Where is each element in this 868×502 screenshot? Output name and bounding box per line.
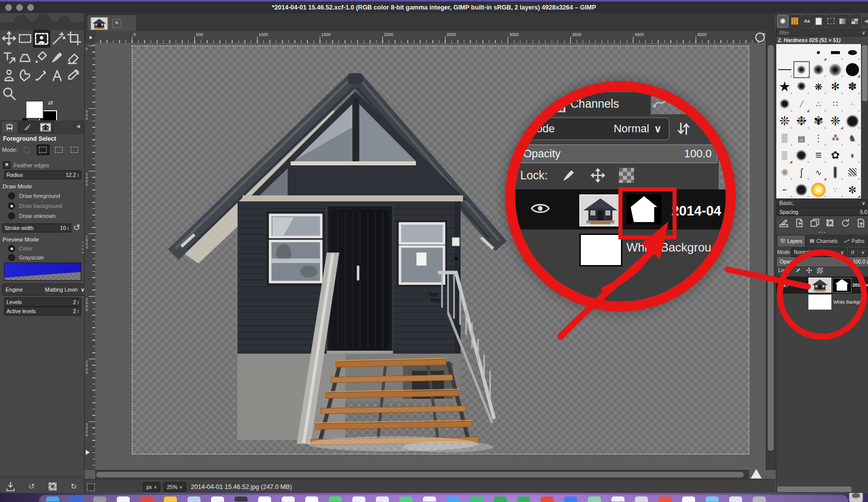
feather-edges-row[interactable]: ✕ Feather edges bbox=[3, 161, 49, 169]
swap-colors-icon[interactable]: ⇄ bbox=[48, 99, 53, 106]
preview-color-radio[interactable] bbox=[8, 245, 15, 252]
brush-cell-ellipse[interactable]: + bbox=[844, 44, 860, 61]
dock-app-icon[interactable] bbox=[282, 496, 295, 502]
dock-app-icon[interactable] bbox=[753, 496, 766, 502]
dock-app-icon[interactable] bbox=[470, 496, 483, 502]
color-picker-tool[interactable] bbox=[65, 67, 81, 84]
layer-name[interactable]: White Backgrou bbox=[833, 300, 865, 305]
rect-select-tool[interactable] bbox=[17, 30, 33, 47]
layer-thumbnail[interactable] bbox=[808, 295, 831, 310]
tab-paths[interactable]: Paths bbox=[841, 235, 867, 246]
delete-brush-button[interactable]: ✕ bbox=[824, 217, 835, 228]
reset-stroke-icon[interactable]: ↺ bbox=[73, 222, 80, 233]
brush-cell-wisp2[interactable]: ∿◢ bbox=[810, 164, 827, 181]
active-levels-slider[interactable]: Active levels 2▴▾ bbox=[4, 307, 81, 316]
dock-app-icon[interactable] bbox=[235, 496, 248, 501]
dock-app-icon[interactable] bbox=[46, 496, 59, 501]
unit-select[interactable]: px∨ bbox=[143, 482, 160, 492]
zoom-fit-toggle-button[interactable] bbox=[755, 33, 765, 42]
brush-cell-dots2[interactable]: ∷+ bbox=[827, 96, 843, 113]
dock-app-icon[interactable] bbox=[187, 496, 200, 502]
delete-preset-button[interactable]: ✕ bbox=[46, 480, 59, 492]
zoom-window-button[interactable] bbox=[27, 4, 34, 11]
mode-add-button[interactable] bbox=[37, 144, 50, 155]
dock-app-icon[interactable] bbox=[682, 496, 695, 502]
brush-scrollbar[interactable] bbox=[861, 44, 868, 198]
draw-foreground-option[interactable]: Draw foreground bbox=[8, 192, 60, 199]
brush-cell-splat1[interactable]: ✺+ bbox=[793, 78, 810, 95]
brush-cell-splat3[interactable]: ✻+ bbox=[827, 78, 843, 95]
brush-scrollbar-thumb[interactable] bbox=[862, 45, 867, 101]
brush-cell-diagdash[interactable]: ╱◢ bbox=[793, 96, 810, 113]
close-image-icon[interactable]: ✕ bbox=[112, 19, 121, 28]
text-tool[interactable] bbox=[49, 67, 65, 84]
brush-cell-specks2[interactable]: ∵+ bbox=[827, 181, 843, 198]
brush-cell-blob2[interactable]: ✿+ bbox=[827, 147, 843, 164]
smudge-tool[interactable] bbox=[1, 67, 17, 84]
preview-grayscale-option[interactable]: Grayscale bbox=[8, 254, 44, 261]
brush-cell-vwisp[interactable]: ⋮+ bbox=[810, 130, 827, 147]
brush-cell-cells2[interactable]: ❉+ bbox=[793, 113, 810, 130]
draw-foreground-radio[interactable] bbox=[8, 192, 15, 199]
dock-app-icon[interactable] bbox=[611, 496, 624, 501]
levels-slider[interactable]: Levels 2▴▾ bbox=[4, 298, 81, 307]
brush-cell-blob1[interactable]: + bbox=[793, 147, 810, 164]
collapse-right-dock-button[interactable]: ◀ bbox=[862, 17, 868, 25]
stroke-width-slider[interactable]: Stroke width 10▴▾ bbox=[2, 223, 71, 232]
zoom-select[interactable]: 25%∨ bbox=[163, 482, 186, 492]
dock-app-icon[interactable] bbox=[517, 496, 530, 501]
visibility-eye-icon[interactable] bbox=[780, 282, 789, 288]
brush-cell-pepper[interactable]: ▒+ bbox=[776, 130, 793, 147]
stroke-width-spinner[interactable]: ▴▾ bbox=[67, 226, 69, 230]
brush-cell-cells3[interactable]: ❈◢ bbox=[827, 113, 843, 130]
active-levels-spinner[interactable]: ▴▾ bbox=[77, 309, 79, 313]
dock-app-icon[interactable] bbox=[329, 496, 342, 501]
ink-tool[interactable] bbox=[33, 67, 49, 84]
layer-thumbnail[interactable] bbox=[808, 278, 831, 293]
layer-row-2014-04[interactable]: 2014-04 bbox=[776, 277, 868, 294]
tab-document-history[interactable] bbox=[813, 15, 824, 28]
dock-app-icon[interactable] bbox=[541, 496, 554, 502]
dock-app-icon[interactable] bbox=[376, 496, 389, 502]
levels-spinner[interactable]: ▴▾ bbox=[77, 300, 79, 304]
brush-cell-bar[interactable]: + bbox=[827, 44, 843, 61]
zoom-tool[interactable] bbox=[1, 85, 17, 102]
vertical-scrollbar[interactable] bbox=[766, 31, 776, 470]
layer-mode-menu-button[interactable]: ∨ bbox=[858, 248, 867, 257]
brush-cell-circle[interactable]: ◢ bbox=[844, 61, 860, 78]
horizontal-ruler[interactable]: 0500100015002000250030003500400045005000 bbox=[95, 31, 766, 44]
brush-cell-blank[interactable] bbox=[776, 44, 793, 61]
titlebar[interactable]: *2014-04-01 15.46.52.xcf-1.0 (RGB color … bbox=[0, 2, 868, 14]
layers-scrollbar[interactable] bbox=[777, 486, 851, 492]
brush-cell-streak[interactable]: + bbox=[827, 164, 843, 181]
edit-brush-button[interactable] bbox=[778, 217, 789, 228]
crop-tool[interactable] bbox=[66, 30, 82, 47]
tab-tool-presets[interactable] bbox=[19, 121, 36, 133]
brush-cell-blobdark[interactable]: + bbox=[844, 113, 860, 130]
brush-cell-specks[interactable]: ∴+ bbox=[844, 96, 860, 113]
mode-intersect-button[interactable] bbox=[69, 145, 81, 155]
fuzzy-select-tool[interactable] bbox=[50, 30, 66, 47]
lock-position-icon[interactable] bbox=[806, 267, 812, 274]
dock-gimp-icon[interactable] bbox=[849, 493, 863, 502]
brush-cell-dot[interactable]: ◢ bbox=[810, 44, 827, 61]
layer-mask-thumbnail[interactable] bbox=[832, 278, 851, 293]
layer-name[interactable]: 2014-04 bbox=[852, 283, 868, 288]
brush-cell-star[interactable]: ★+ bbox=[776, 78, 793, 95]
tab-channels[interactable]: Channels bbox=[806, 235, 840, 246]
dock-app-icon[interactable] bbox=[729, 496, 742, 502]
dock-app-icon[interactable] bbox=[564, 496, 577, 502]
image-tab[interactable]: ✕ bbox=[87, 15, 137, 32]
brush-cell-grain[interactable]: ▒◢ bbox=[776, 147, 793, 164]
draw-unknown-option[interactable]: Draw unknown bbox=[8, 212, 56, 219]
foreground-select-tool[interactable] bbox=[33, 30, 50, 48]
dock-app-icon[interactable] bbox=[635, 496, 648, 502]
preview-grayscale-radio[interactable] bbox=[8, 254, 15, 261]
new-brush-button[interactable] bbox=[794, 217, 805, 228]
tab-tool-options[interactable] bbox=[1, 121, 18, 133]
layer-mode-switch-button[interactable] bbox=[848, 248, 857, 257]
brush-cell-hlines[interactable]: ≡+ bbox=[810, 147, 827, 164]
dock-app-icon[interactable] bbox=[211, 496, 224, 502]
duplicate-brush-button[interactable] bbox=[809, 217, 820, 228]
vertical-scrollbar-thumb[interactable] bbox=[768, 45, 774, 451]
